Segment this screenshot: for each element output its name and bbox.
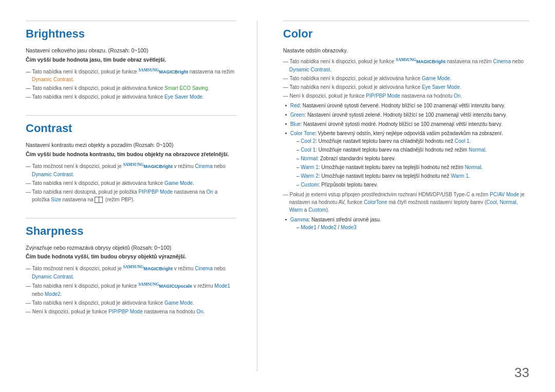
color-notes: Tato nabídka není k dispozici, pokud je …: [283, 57, 529, 100]
sub-warm2: Warm 2: Umožňuje nastavit teplotu barev …: [290, 172, 529, 180]
gamma-label: Gamma: [290, 217, 309, 222]
sharpness-note3: Tato nabídka není k dispozici, pokud je …: [26, 299, 236, 307]
cinema-link3: Cinema: [493, 59, 511, 64]
mode1-link: Mode1: [214, 283, 230, 289]
right-column: Color Nastavte odstín obrazovky. Tato na…: [257, 21, 529, 371]
contrast-title: Contrast: [26, 115, 236, 135]
cool1-ref: Cool 1: [455, 138, 470, 144]
red-label: Red: [290, 103, 300, 108]
cool2-label: Cool 2: [301, 138, 316, 144]
size-link: Size: [51, 197, 61, 202]
brand-magic: SAMSUNG: [123, 162, 143, 167]
sharpness-desc2: Čím bude hodnota vyšší, tím budou obrysy…: [26, 253, 236, 261]
brightness-title: Brightness: [26, 21, 236, 41]
sharpness-note4: Není k dispozici, pokud je funkce PIP/PB…: [26, 308, 236, 315]
color-footnote: Pokud je externí vstup připojen prostřed…: [283, 191, 529, 214]
normal-label: Normal: [301, 156, 317, 161]
sub-warm1: Warm 1: Umožňuje nastavit teplotu barev …: [290, 163, 529, 171]
color-section: Color Nastavte odstín obrazovky. Tato na…: [283, 21, 529, 231]
pip-pbp-link3: PIP/PBP Mode: [366, 93, 400, 99]
contrast-desc2: Čím vyšší bude hodnota kontrastu, tím bu…: [26, 151, 236, 159]
sharpness-note2: Tato nabídka není k dispozici, pokud je …: [26, 282, 236, 298]
cool1-label: Cool 1: [301, 147, 316, 153]
brand-samsung2: SAMSUNG: [396, 58, 416, 62]
mode2-label: Mode2: [321, 225, 337, 230]
bullet-blue: Blue: Nastavení úrovně sytosti modré. Ho…: [283, 120, 529, 128]
color-tone-link: ColorTone: [364, 199, 387, 205]
sharpness-desc1: Zvýrazňuje nebo rozmazává obrysy objektů…: [26, 244, 236, 252]
color-bullets: Red: Nastavení úrovně sytosti červené. H…: [283, 102, 529, 189]
warm2-label: Warm 2: [301, 173, 319, 179]
contrast-note3: Tato nabídka není dostupná, pokud je pol…: [26, 188, 236, 203]
sub-custom: Custom: Přizpůsobí teplotu barev.: [290, 181, 529, 189]
brightness-desc1: Nastavení celkového jasu obrazu. (Rozsah…: [26, 47, 236, 55]
sharpness-section: Sharpness Zvýrazňuje nebo rozmazává obry…: [26, 218, 236, 315]
contrast-note2: Tato nabídka není k dispozici, pokud je …: [26, 179, 236, 187]
magic-upscale-link: MAGICUpscale: [159, 284, 192, 289]
eye-saver-link: Eye Saver Mode: [164, 94, 202, 100]
color-desc1: Nastavte odstín obrazovky.: [283, 47, 529, 55]
dynamic-contrast-link: Dynamic Contrast: [32, 77, 72, 82]
page-number: 33: [514, 365, 529, 381]
color-title: Color: [283, 21, 529, 41]
color-note3: Tato nabídka není k dispozici, pokud je …: [283, 83, 529, 91]
magic-bright-link2: MAGICBright: [143, 164, 173, 169]
on-link2: On: [196, 309, 203, 314]
custom-label: Custom: [301, 182, 318, 188]
color-note4: Není k dispozici, pokud je funkce PIP/PB…: [283, 92, 529, 100]
color-note2: Tato nabídka není k dispozici, pokud je …: [283, 74, 529, 82]
on-link: On: [207, 189, 213, 195]
on-link3: On: [454, 93, 460, 99]
brightness-note1: Tato nabídka není k dispozici, pokud je …: [26, 67, 236, 84]
color-note1: Tato nabídka není k dispozici, pokud je …: [283, 57, 529, 73]
normal-ref: Normal: [469, 147, 485, 153]
brightness-note3: Tato nabídka není k dispozici, pokud je …: [26, 93, 236, 101]
sub-cool2: Cool 2: Umožňuje nastavit teplotu barev …: [290, 137, 529, 145]
brightness-note2: Tato nabídka není k dispozici, pokud je …: [26, 84, 236, 92]
contrast-section: Contrast Nastavení kontrastu mezi objekt…: [26, 115, 236, 203]
magic-bright-link: MAGICBright: [159, 69, 188, 74]
eye-saver-link2: Eye Saver Mode: [422, 84, 460, 90]
sharpness-note1: Tato možnost není k dispozici, pokud je …: [26, 264, 236, 281]
dynamic-contrast-link3: Dynamic Contrast: [32, 274, 72, 279]
dynamic-contrast-link2: Dynamic Contrast: [32, 172, 72, 177]
warm-link: Warm: [289, 207, 303, 213]
magic-bright-link4: MAGICBright: [416, 59, 446, 64]
brightness-desc2: Čím vyšší bude hodnota jasu, tím bude ob…: [26, 56, 236, 64]
mode1-label: Mode1: [301, 225, 317, 230]
pcav-mode-link: PC/AV Mode: [490, 192, 519, 197]
brightness-section: Brightness Nastavení celkového jasu obra…: [26, 21, 236, 101]
brand-samsung: SAMSUNG: [138, 68, 159, 72]
bullet-green: Green: Nastavení úrovně sytosti zelené. …: [283, 111, 529, 119]
magic-bright-link3: MAGICBright: [143, 266, 173, 271]
pip-pbp-link2: PIP/PBP Mode: [108, 309, 143, 314]
mode3-label: Mode3: [341, 225, 357, 230]
game-mode-link: Game Mode: [164, 180, 193, 186]
sub-cool1: Cool 1: Umožňuje nastavit teplotu barev …: [290, 146, 529, 154]
bullet-color-tone: Color Tone: Vyberte barevný odstín, kter…: [283, 129, 529, 189]
pbp-icon: [95, 197, 103, 203]
bullet-gamma: Gamma: Nastavení střední úrovně jasu. Mo…: [283, 216, 529, 231]
color-tone-label: Color Tone: [290, 130, 315, 136]
brand-magic2: SAMSUNG: [123, 265, 143, 269]
warm1-label: Warm 1: [301, 164, 319, 170]
sub-modes: Mode1 / Mode2 / Mode3: [290, 223, 529, 231]
warm1-ref: Warm 1: [451, 173, 469, 179]
game-mode-link3: Game Mode: [422, 76, 450, 81]
sub-normal: Normal: Zobrazí standardní teplotu barev…: [290, 155, 529, 162]
green-label: Green: [290, 112, 305, 118]
dynamic-contrast-link4: Dynamic Contrast: [289, 67, 330, 72]
blue-label: Blue: [290, 121, 301, 127]
cinema-link: Cinema: [195, 163, 212, 169]
contrast-note1: Tato možnost není k dispozici, pokud je …: [26, 162, 236, 178]
contrast-desc1: Nastavení kontrastu mezi objekty a pozad…: [26, 141, 236, 150]
color-bullets2: Gamma: Nastavení střední úrovně jasu. Mo…: [283, 216, 529, 231]
left-column: Brightness Nastavení celkového jasu obra…: [26, 21, 257, 371]
bullet-red: Red: Nastavení úrovně sytosti červené. H…: [283, 102, 529, 109]
brand-magic3: SAMSUNG: [138, 282, 159, 287]
normal-ref2: Normal: [465, 164, 481, 170]
custom-link: Custom: [308, 207, 326, 213]
page: Brightness Nastavení celkového jasu obra…: [0, 0, 555, 392]
smart-eco-link: Smart ECO Saving: [164, 85, 208, 91]
game-mode-link2: Game Mode: [164, 300, 193, 306]
